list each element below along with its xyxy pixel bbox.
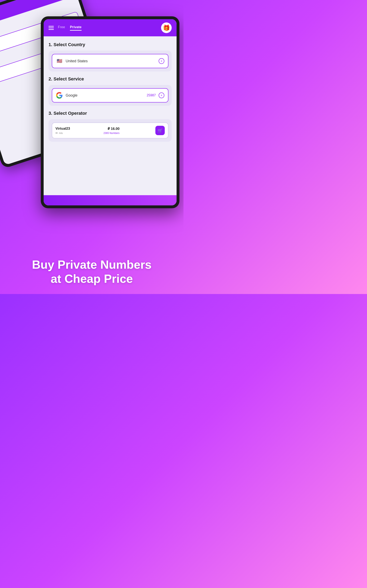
section1-card: 🇺🇸 United States × bbox=[49, 51, 172, 71]
main-content: 1. Select Country 🇺🇸 United States × 2. … bbox=[44, 36, 176, 195]
section2-title: 2. Select Service bbox=[49, 76, 172, 82]
service-clear-button[interactable]: × bbox=[159, 93, 164, 98]
country-name: United States bbox=[66, 59, 156, 63]
cart-icon: 🛒 bbox=[158, 128, 163, 133]
add-to-cart-button[interactable]: 🛒 bbox=[155, 126, 165, 135]
service-count: 25987 bbox=[147, 94, 156, 97]
operator-row[interactable]: Virtual23 ✉ n/a ₽ 16.00 2365 Numbers bbox=[52, 122, 168, 138]
bottom-bar bbox=[44, 195, 176, 205]
service-name: Google bbox=[66, 93, 144, 98]
tab-private[interactable]: Private bbox=[70, 25, 82, 31]
service-selector[interactable]: Google 25987 × bbox=[52, 88, 168, 103]
google-svg-icon bbox=[56, 92, 63, 99]
operator-name: Virtual23 bbox=[55, 127, 70, 131]
country-selector[interactable]: 🇺🇸 United States × bbox=[52, 54, 168, 68]
section3-card: Virtual23 ✉ n/a ₽ 16.00 2365 Numbers bbox=[49, 119, 172, 142]
promo-text-line2: at Cheap Price bbox=[51, 272, 133, 285]
gift-icon: 🎁 bbox=[163, 25, 170, 31]
section1-title: 1. Select Country bbox=[49, 42, 172, 47]
promo-text-line1: Buy Private Numbers bbox=[32, 258, 152, 271]
section3-title: 3. Select Operator bbox=[49, 111, 172, 116]
promo-text: Buy Private Numbers at Cheap Price bbox=[0, 258, 184, 286]
envelope-icon: ✉ bbox=[55, 131, 58, 135]
section2-card: Google 25987 × bbox=[49, 85, 172, 106]
service-clear-icon: × bbox=[161, 94, 162, 97]
hamburger-line-2 bbox=[49, 27, 54, 28]
tab-free[interactable]: Free bbox=[58, 25, 65, 31]
promo-line2: at Cheap Price bbox=[0, 272, 184, 286]
country-clear-icon: × bbox=[161, 60, 162, 63]
nav-tabs: Free Private bbox=[58, 25, 157, 31]
hamburger-line-3 bbox=[49, 29, 54, 30]
hamburger-button[interactable] bbox=[49, 26, 54, 30]
operator-sub-text: n/a bbox=[59, 131, 63, 135]
tablet-main-screen: Free Private 🎁 1. Select Country 🇺🇸 Unit… bbox=[44, 19, 176, 205]
operator-numbers-label: Numbers bbox=[109, 132, 119, 135]
operator-sub: ✉ n/a bbox=[55, 131, 70, 135]
app-header: Free Private 🎁 bbox=[44, 19, 176, 36]
operator-price: ₽ 16.00 bbox=[108, 127, 119, 131]
us-flag-emoji: 🇺🇸 bbox=[57, 58, 62, 64]
operator-count: 2365 Numbers bbox=[103, 132, 119, 135]
operator-numbers: 2365 bbox=[103, 132, 109, 135]
country-flag: 🇺🇸 bbox=[56, 58, 63, 65]
operator-price-area: ₽ 16.00 2365 Numbers bbox=[103, 127, 119, 135]
hamburger-line-1 bbox=[49, 26, 54, 26]
promo-line1: Buy Private Numbers bbox=[0, 258, 184, 272]
country-clear-button[interactable]: × bbox=[159, 58, 164, 64]
google-logo bbox=[56, 92, 63, 99]
tablet-main: Free Private 🎁 1. Select Country 🇺🇸 Unit… bbox=[41, 16, 179, 208]
gift-avatar[interactable]: 🎁 bbox=[161, 22, 172, 33]
operator-info: Virtual23 ✉ n/a bbox=[55, 127, 70, 135]
